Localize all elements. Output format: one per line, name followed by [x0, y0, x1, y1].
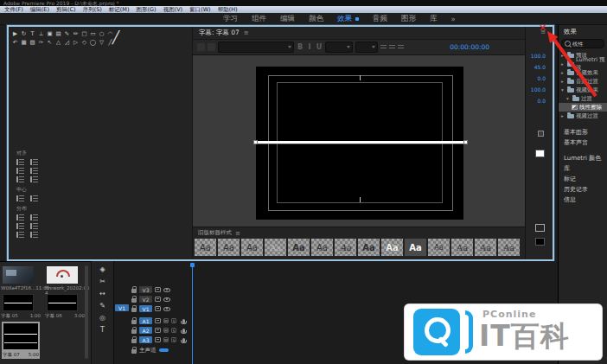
project-item-video-clip[interactable] — [3, 266, 34, 284]
mute-button[interactable]: M — [163, 318, 169, 323]
mute-button[interactable]: M — [163, 337, 169, 342]
center-horizontal-icon[interactable] — [16, 195, 26, 201]
tab-color[interactable]: 颜色 — [309, 14, 323, 24]
new-title-icon[interactable] — [197, 43, 205, 51]
panel-tab-markers[interactable]: 标记 — [559, 174, 607, 184]
source-patch-v1[interactable]: V1 — [115, 304, 129, 311]
style-swatch[interactable]: Aa — [498, 239, 520, 256]
style-swatch[interactable]: Aa — [195, 239, 216, 256]
property-value[interactable]: 45.0 — [534, 64, 546, 70]
project-scrollbar[interactable] — [85, 265, 88, 359]
tree-item-audio-transitions[interactable]: ▸ 音频过渡 — [559, 77, 607, 86]
drawn-line-object[interactable] — [254, 141, 467, 144]
shadow-color-swatch[interactable] — [535, 238, 545, 246]
rotation-tool-icon[interactable]: ↻ — [20, 29, 28, 37]
wedge-tool-icon[interactable]: △ — [54, 38, 62, 46]
ellipse-tool-icon[interactable]: ○ — [98, 29, 105, 37]
tab-graphics[interactable]: 图形 — [401, 14, 416, 24]
align-text-right-icon[interactable] — [398, 45, 404, 50]
convert-anchor-tool-icon[interactable]: ↖ — [46, 38, 54, 46]
path-type-tool-icon[interactable]: ✎ — [63, 29, 71, 37]
underline-button[interactable]: U — [316, 43, 323, 51]
bold-button[interactable]: B — [297, 43, 304, 51]
solo-button[interactable]: S — [171, 337, 176, 342]
track-badge-v2[interactable]: V2 — [139, 296, 152, 303]
distribute-center-v-icon[interactable] — [30, 223, 40, 229]
solo-button[interactable]: S — [171, 328, 176, 333]
track-badge-v1[interactable]: V1 — [139, 305, 152, 312]
stroke-color-swatch[interactable] — [535, 224, 545, 232]
distribute-center-h-icon[interactable] — [16, 223, 26, 229]
distribute-right-icon[interactable] — [16, 232, 26, 238]
property-value[interactable]: 100.0 — [531, 86, 546, 93]
project-item-title-07-selected[interactable]: 字幕 07 5:00 — [2, 322, 40, 359]
playhead[interactable] — [192, 263, 193, 364]
master-level-chip[interactable] — [159, 348, 169, 352]
voiceover-mic-icon[interactable] — [182, 329, 185, 333]
project-item-title-05[interactable] — [3, 294, 34, 311]
tree-item-lumetri-presets[interactable]: ▸ Lumetri 预设 — [559, 60, 607, 68]
tab-audio[interactable]: 音频 — [373, 14, 387, 24]
delete-anchor-tool-icon[interactable]: ✑ — [37, 38, 45, 46]
track-visibility-icon[interactable] — [163, 297, 170, 302]
style-swatch[interactable]: Aa — [218, 239, 240, 256]
down-triangle-tool-icon[interactable]: ▽ — [98, 38, 105, 46]
align-top-icon[interactable] — [30, 159, 40, 165]
lock-icon[interactable] — [131, 349, 137, 354]
slip-tool-icon[interactable]: ↔ — [99, 290, 105, 297]
panel-tab-libraries[interactable]: 库 — [559, 163, 607, 174]
tab-effects[interactable]: 效果 — [337, 14, 352, 24]
mute-button[interactable]: M — [163, 328, 169, 333]
style-swatch[interactable]: Aa — [335, 239, 356, 256]
menu-item-view[interactable]: 视图(V) — [163, 6, 183, 13]
lock-icon[interactable] — [131, 308, 137, 312]
align-text-center-icon[interactable] — [389, 45, 395, 50]
align-center-v-icon[interactable] — [30, 168, 40, 174]
menu-item-file[interactable]: 文件(F) — [4, 6, 23, 13]
title-window-tab[interactable]: 字幕: 字幕 07 — [199, 29, 240, 37]
panel-tab-essential-graphics[interactable]: 基本图形 — [559, 127, 607, 137]
hand-tool-icon[interactable]: ◎ — [99, 314, 105, 322]
style-swatch[interactable]: Aa — [358, 239, 380, 256]
project-item-firework-image[interactable] — [47, 266, 78, 284]
tab-libraries[interactable]: 库 — [430, 14, 438, 24]
title-timecode[interactable]: 00:00:00:00 — [450, 43, 489, 51]
align-text-left-icon[interactable] — [380, 45, 387, 50]
track-badge-a3[interactable]: A3 — [139, 336, 152, 343]
menu-item-edit[interactable]: 编辑(E) — [30, 6, 49, 13]
type-tool-icon[interactable]: T — [29, 29, 36, 37]
lock-icon[interactable] — [131, 298, 137, 303]
style-swatch[interactable]: Aa — [288, 239, 310, 256]
undo-path-tool-icon[interactable]: ↶ — [11, 38, 19, 46]
font-family-dropdown[interactable] — [218, 42, 294, 53]
style-swatch[interactable]: Aa — [241, 239, 263, 256]
align-left-icon[interactable] — [16, 159, 26, 165]
menu-item-sequence[interactable]: 序列(S) — [83, 6, 102, 13]
tab-learning[interactable]: 学习 — [223, 14, 238, 24]
track-select-tool-icon[interactable]: ◈ — [99, 265, 105, 273]
pen-tool-icon[interactable]: ▦ — [20, 38, 28, 46]
sync-lock-icon[interactable] — [155, 318, 161, 323]
track-visibility-icon[interactable] — [163, 288, 170, 292]
align-right-icon[interactable] — [16, 176, 26, 182]
sync-lock-icon[interactable] — [155, 306, 161, 311]
lock-icon[interactable] — [131, 339, 137, 343]
panel-menu-icon[interactable]: ≡ — [235, 230, 240, 237]
property-value[interactable]: 0.0 — [537, 98, 546, 104]
tree-item-transition-folder[interactable]: ▾ 过渡 — [559, 94, 607, 103]
effects-panel-tab[interactable]: 效果 — [559, 25, 607, 38]
style-swatch[interactable]: Aa — [381, 239, 403, 256]
font-size-dropdown[interactable] — [325, 42, 353, 53]
align-center-h-icon[interactable] — [16, 168, 26, 174]
vertical-path-type-tool-icon[interactable]: ✏ — [72, 29, 80, 37]
tree-item-video-transitions[interactable]: ▸ 视频过渡 — [559, 112, 607, 120]
line-tool-selected-icon[interactable]: ╱ — [109, 29, 123, 46]
lock-icon[interactable] — [131, 320, 137, 324]
line-handle-right[interactable] — [463, 140, 468, 144]
roll-crawl-options-icon[interactable] — [208, 43, 215, 51]
area-type-tool-icon[interactable]: ▣ — [46, 29, 54, 37]
title-video-area[interactable] — [256, 67, 463, 220]
pen-tool-icon[interactable]: ✎ — [99, 302, 105, 310]
sync-lock-icon[interactable] — [155, 337, 161, 342]
fill-color-swatch[interactable] — [535, 150, 545, 157]
